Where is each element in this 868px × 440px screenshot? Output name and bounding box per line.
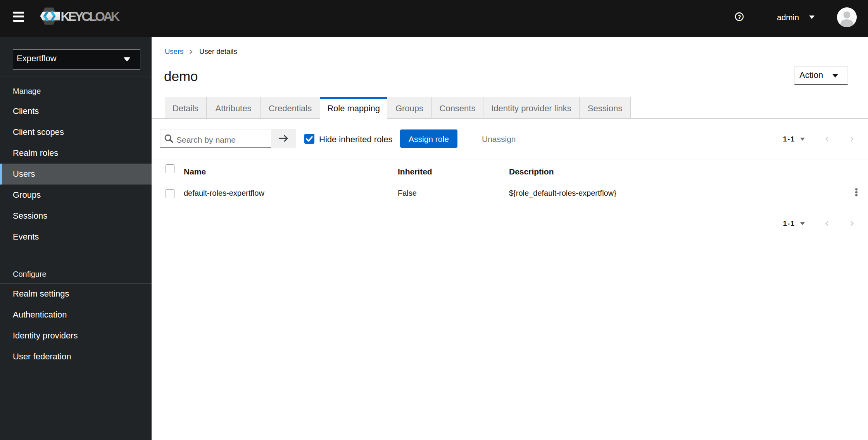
- svg-text:?: ?: [737, 14, 741, 20]
- svg-text:KEYCLOAK: KEYCLOAK: [61, 9, 120, 24]
